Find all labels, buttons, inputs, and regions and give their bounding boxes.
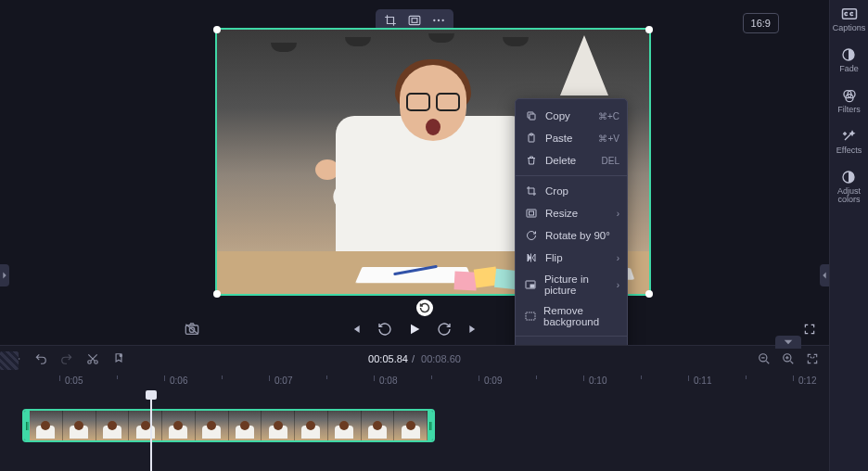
playhead[interactable]: [150, 392, 152, 471]
tick-label: 0:06: [170, 376, 187, 386]
context-menu: Copy ⌘+C Paste ⌘+V Delete DEL Crop Resiz…: [515, 98, 628, 369]
svg-rect-0: [409, 16, 420, 24]
expand-right-icon[interactable]: [820, 264, 829, 286]
sidebar-label: Captions: [833, 24, 866, 33]
ctx-resize[interactable]: Resize ›: [516, 202, 627, 224]
ctx-label: Picture in picture: [544, 274, 618, 296]
ctx-label: Remove background: [543, 305, 618, 327]
ctx-label: Rotate by 90°: [545, 230, 610, 241]
playback-row: [0, 313, 829, 345]
timeline-time: 00:05.84/ 00:08.60: [368, 353, 461, 364]
ctx-crop[interactable]: Crop: [516, 180, 627, 202]
timeline-toolbar: 00:05.84/ 00:08.60: [0, 346, 829, 372]
svg-point-26: [95, 361, 98, 364]
fade-icon: [840, 46, 857, 63]
forward-5s-icon[interactable]: [436, 321, 453, 337]
sidebar-captions[interactable]: Captions: [833, 6, 866, 33]
cut-icon[interactable]: [85, 351, 100, 366]
collapse-timeline-icon[interactable]: [775, 336, 801, 349]
clip-grip-right[interactable]: ‖: [428, 411, 433, 440]
chevron-right-icon: ›: [617, 253, 619, 263]
captions-icon: [841, 6, 858, 22]
sidebar-effects[interactable]: Effects: [836, 128, 862, 156]
sidebar-filters[interactable]: Filters: [837, 87, 861, 115]
aspect-ratio-button[interactable]: 16:9: [743, 13, 779, 33]
sidebar-label: Filters: [837, 106, 861, 115]
svg-rect-15: [526, 312, 535, 320]
play-button-icon[interactable]: [406, 321, 423, 337]
timeline-ruler[interactable]: 0:050:060:070:080:090:100:110:12: [20, 372, 829, 392]
rotate-icon: [525, 229, 538, 242]
chevron-right-icon: ›: [617, 209, 619, 219]
sidebar-adjust-colors[interactable]: Adjust colors: [837, 169, 861, 206]
svg-point-4: [442, 19, 444, 21]
expand-left-icon[interactable]: [0, 264, 9, 286]
resize-icon: [525, 207, 538, 220]
ctx-label: Resize: [545, 208, 578, 219]
sidebar-fade[interactable]: Fade: [839, 46, 859, 74]
more-tool-icon[interactable]: [428, 12, 449, 29]
svg-rect-8: [530, 114, 535, 120]
undo-icon[interactable]: [33, 351, 48, 366]
fullscreen-icon[interactable]: [801, 321, 818, 337]
ctx-shortcut: DEL: [602, 156, 619, 166]
sidebar-label: Fade: [839, 65, 859, 74]
redo-icon[interactable]: [59, 351, 74, 366]
ctx-label: Paste: [545, 133, 572, 144]
current-time: 00:05.84: [368, 353, 408, 364]
crop-icon: [525, 185, 538, 197]
ctx-rotate[interactable]: Rotate by 90°: [516, 224, 627, 247]
tick-label: 0:10: [589, 376, 606, 386]
track-hatch-icon: [0, 351, 19, 370]
ctx-flip[interactable]: Flip ›: [516, 247, 627, 269]
marker-icon[interactable]: [111, 351, 126, 366]
resize-tool-icon[interactable]: [404, 12, 425, 29]
ctx-pip[interactable]: Picture in picture ›: [516, 269, 627, 300]
ctx-label: Flip: [545, 252, 563, 263]
effects-icon: [840, 128, 857, 145]
next-frame-icon[interactable]: [466, 321, 482, 337]
adjust-colors-icon: [840, 169, 857, 185]
svg-rect-14: [530, 285, 534, 287]
paste-icon: [525, 132, 538, 145]
ctx-label: Copy: [545, 110, 570, 121]
right-sidebar: Captions Fade Filters Effects Adjust col…: [829, 0, 868, 471]
svg-rect-1: [412, 19, 417, 23]
snapshot-icon[interactable]: [184, 321, 200, 337]
tick-label: 0:12: [798, 376, 816, 386]
prev-frame-icon[interactable]: [347, 321, 364, 337]
ctx-copy[interactable]: Copy ⌘+C: [516, 105, 627, 127]
trash-icon: [525, 154, 538, 167]
svg-point-25: [88, 361, 92, 364]
ctx-paste[interactable]: Paste ⌘+V: [516, 127, 627, 149]
ctx-remove-bg[interactable]: Remove background: [516, 300, 627, 332]
svg-point-2: [433, 19, 435, 21]
rewind-5s-icon[interactable]: [377, 321, 393, 337]
svg-point-3: [438, 19, 440, 21]
ctx-delete[interactable]: Delete DEL: [516, 149, 627, 172]
pip-icon: [525, 278, 537, 291]
ctx-label: Crop: [545, 185, 568, 197]
svg-point-27: [120, 354, 121, 356]
zoom-in-icon[interactable]: [781, 351, 796, 366]
tick-label: 0:09: [484, 376, 502, 386]
timeline: 00:05.84/ 00:08.60 0:050:060:070:080:090…: [0, 345, 829, 471]
ctx-shortcut: ⌘+V: [598, 134, 619, 144]
ctx-shortcut: ⌘+C: [598, 111, 619, 121]
total-time: 00:08.60: [421, 353, 461, 364]
sidebar-label: Adjust colors: [837, 187, 861, 206]
crop-tool-icon[interactable]: [380, 12, 401, 29]
preview-area: 16:9: [0, 0, 829, 345]
sidebar-label: Effects: [836, 146, 862, 156]
tick-label: 0:08: [379, 376, 397, 386]
flip-icon: [525, 251, 538, 264]
tick-label: 0:11: [694, 376, 711, 386]
fit-icon[interactable]: [805, 351, 820, 366]
svg-rect-12: [530, 211, 534, 215]
tick-label: 0:05: [65, 376, 83, 386]
copy-icon: [525, 109, 538, 122]
zoom-out-icon[interactable]: [757, 351, 772, 366]
timeline-tracks[interactable]: ‖ ‖: [20, 392, 829, 448]
ctx-label: Delete: [545, 155, 576, 166]
video-clip[interactable]: ‖ ‖: [22, 409, 435, 442]
